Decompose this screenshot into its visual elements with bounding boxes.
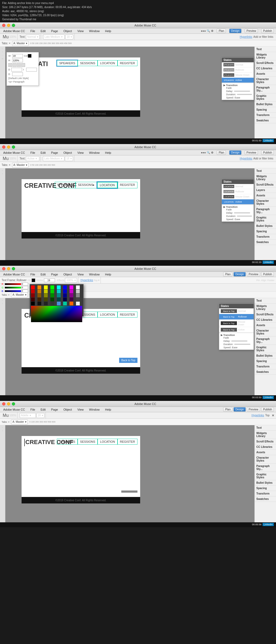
- swatch-tealaccent[interactable]: [63, 302, 67, 305]
- swatch-magenta[interactable]: [70, 285, 73, 289]
- text-tool-4[interactable]: T: [2, 430, 3, 432]
- menu-view-4[interactable]: View: [76, 408, 85, 411]
- rp-graphic-3[interactable]: Graphic Styles: [255, 345, 276, 353]
- select-tool-2[interactable]: ↖: [2, 169, 4, 172]
- swatch-white[interactable]: [76, 285, 80, 289]
- page-dropdown-4[interactable]: A: Master▾: [11, 420, 28, 424]
- swatch-vdarkgreen[interactable]: [50, 298, 54, 301]
- font-dropdown-4[interactable]: Adelle▾: [20, 413, 36, 418]
- rp-widgets-2[interactable]: Widgets Library: [255, 174, 276, 182]
- minimize-dot-2[interactable]: [7, 145, 10, 149]
- back-to-top-4[interactable]: [121, 490, 137, 493]
- menu-edit-4[interactable]: Edit: [39, 408, 47, 411]
- rp-swatches-3[interactable]: Swatches: [255, 369, 276, 375]
- nav-register-4[interactable]: REGISTER: [118, 439, 137, 445]
- duration-slider-3[interactable]: [234, 344, 250, 345]
- menu-adobe-3[interactable]: Adobe Muse CC: [2, 272, 26, 276]
- menu-file-4[interactable]: File: [29, 408, 36, 411]
- menu-page-4[interactable]: Page: [50, 408, 59, 411]
- menu-window-2[interactable]: Window: [88, 151, 101, 155]
- align-right[interactable]: ▣: [17, 63, 21, 67]
- font-dropdown-2[interactable]: Lato Medium▾: [43, 156, 64, 161]
- stroke-color-3[interactable]: [44, 278, 48, 282]
- add-filter-links-4[interactable]: Top: [265, 414, 270, 417]
- rp-assets-2[interactable]: Assets: [255, 193, 276, 198]
- rp-layers-2[interactable]: Layers: [255, 188, 276, 193]
- rp-transform-3[interactable]: Transform: [255, 364, 276, 369]
- swatch-darkyellow[interactable]: [44, 289, 48, 293]
- hyperlinks-link-3[interactable]: Hyperlinks: [81, 279, 93, 282]
- rp-swatches-1[interactable]: Swatches: [255, 118, 276, 123]
- swatch-orange[interactable]: [37, 285, 41, 289]
- text-tool[interactable]: T: [2, 51, 3, 53]
- swatch-vdarkyellow[interactable]: [44, 298, 48, 301]
- publish-btn-4[interactable]: Publish: [261, 407, 274, 412]
- select-tool[interactable]: ↖: [2, 48, 4, 50]
- state-btt-rollover[interactable]: Back to Top Rollover: [219, 314, 254, 320]
- nav-sessions-4[interactable]: SESSIONS: [78, 439, 98, 445]
- menu-edit[interactable]: Edit: [39, 29, 47, 33]
- preview-btn-4[interactable]: Preview: [247, 407, 260, 412]
- rp-widgets-1[interactable]: Widgets Library: [255, 52, 276, 60]
- nav-register-1[interactable]: REGISTER: [118, 60, 137, 66]
- swatch-brown[interactable]: [37, 294, 41, 297]
- align-center[interactable]: ⊞: [13, 63, 16, 67]
- d-input-1[interactable]: [11, 68, 22, 71]
- swatch-navy[interactable]: [63, 294, 67, 297]
- stroke-width-3[interactable]: [49, 278, 55, 282]
- fontsize-dropdown-2[interactable]: 18▾: [65, 156, 73, 161]
- design-btn-1[interactable]: Design: [229, 29, 241, 33]
- menu-object[interactable]: Object: [62, 29, 73, 33]
- zoom-level-4[interactable]: 100%: [9, 414, 16, 417]
- swatch-nearblack[interactable]: [37, 302, 41, 305]
- nav-sessions-2[interactable]: SESSIONS▸: [75, 182, 97, 188]
- fill-color-3[interactable]: [32, 278, 35, 282]
- menu-window-3[interactable]: Window: [88, 272, 101, 276]
- rectangle-tool[interactable]: □: [2, 54, 3, 57]
- menu-edit-3[interactable]: Edit: [39, 272, 47, 276]
- rp-text-3[interactable]: Text: [255, 298, 276, 304]
- image-tool[interactable]: ⊞: [2, 57, 4, 60]
- plan-btn-3[interactable]: Plan: [223, 272, 232, 277]
- swatch-blue[interactable]: [63, 285, 67, 289]
- minimize-dot-4[interactable]: [7, 402, 10, 406]
- menu-edit-2[interactable]: Edit: [39, 151, 47, 155]
- rp-scroll-1[interactable]: Scroll Effects: [255, 60, 276, 66]
- text-style-dropdown-2[interactable]: Active▾: [26, 156, 39, 161]
- swatch-vdarkblue[interactable]: [63, 298, 67, 301]
- state-active-row-1[interactable]: SPEAKERS Active: [222, 78, 254, 83]
- rp-bullet-4[interactable]: Bullet Styles: [255, 480, 276, 486]
- menu-help[interactable]: Help: [104, 29, 112, 33]
- rp-cclibs-1[interactable]: CC Libraries: [255, 66, 276, 71]
- swatch-darkgreen[interactable]: [50, 289, 54, 293]
- swatch-purple[interactable]: [70, 294, 73, 297]
- rp-graphic-2[interactable]: Graphic Styles: [255, 215, 276, 223]
- rp-spacing-4[interactable]: Spacing: [255, 486, 276, 491]
- select-tool-4[interactable]: ↖: [2, 426, 4, 429]
- rp-assets-1[interactable]: Assets: [255, 71, 276, 77]
- design-btn-4[interactable]: Design: [233, 407, 246, 412]
- nav-location-4[interactable]: LOCATION: [98, 439, 117, 445]
- swatch-vdarkmagenta[interactable]: [70, 298, 73, 301]
- swatch-accentorange[interactable]: [70, 302, 73, 305]
- rp-assets-3[interactable]: Assets: [255, 323, 276, 328]
- rp-cclibs-3[interactable]: CC Libraries: [255, 317, 276, 323]
- state-location-active[interactable]: LOCATION Active: [222, 199, 254, 205]
- zoom-dropdown-3[interactable]: 100%▾: [65, 278, 77, 283]
- rp-para-2[interactable]: Paragraph Sty...: [255, 207, 276, 215]
- g-slider-3[interactable]: [5, 287, 21, 288]
- rp-char-2[interactable]: Character Styles: [255, 198, 276, 207]
- menu-page-3[interactable]: Page: [50, 272, 59, 276]
- r-value-3[interactable]: [22, 282, 28, 286]
- color-gradient-big[interactable]: [31, 306, 82, 322]
- rp-text-2[interactable]: Text: [255, 168, 276, 174]
- preview-btn-1[interactable]: Preview: [245, 29, 258, 33]
- rp-cclibs-4[interactable]: CC Libraries: [255, 444, 276, 450]
- align-fill[interactable]: ⊟: [21, 63, 25, 67]
- text-style-dropdown-1[interactable]: Normal ▾: [26, 35, 40, 39]
- page-dropdown-3[interactable]: A: Master▾: [11, 292, 28, 297]
- menu-adobe-2[interactable]: Adobe Muse CC: [2, 151, 26, 155]
- rp-bullet-2[interactable]: Bullet Styles: [255, 223, 276, 229]
- swatch-forest[interactable]: [50, 294, 54, 297]
- publish-btn-2[interactable]: Publish: [261, 150, 274, 155]
